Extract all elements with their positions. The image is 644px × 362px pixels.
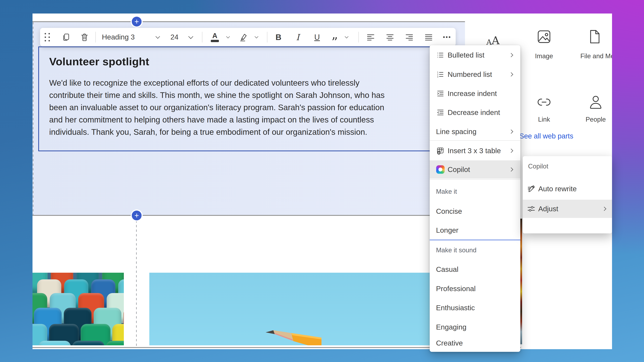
- justify-button[interactable]: [422, 28, 435, 46]
- align-left-button[interactable]: [364, 28, 377, 46]
- italic-button[interactable]: I: [292, 28, 304, 46]
- menu-item-increase-indent[interactable]: Increase indent: [430, 85, 520, 102]
- file-icon: [586, 28, 604, 45]
- chevron-down-icon: [226, 34, 230, 38]
- blockquote-button[interactable]: ”: [328, 28, 341, 51]
- menu-divider: [430, 140, 520, 141]
- align-center-icon: [386, 33, 394, 42]
- webpart-people[interactable]: [587, 93, 604, 111]
- see-all-web-parts-link[interactable]: See all web parts: [510, 132, 583, 140]
- menu-item-numbered-list[interactable]: 1 2 3 Numbered list: [430, 66, 520, 83]
- text-format-toolbar: Heading 3 24 A B I U ”: [40, 28, 456, 46]
- font-color-icon: A: [211, 32, 219, 42]
- svg-text:2: 2: [437, 73, 438, 76]
- chevron-right-icon: [509, 130, 513, 134]
- menu-item-copilot[interactable]: Copilot: [430, 160, 520, 179]
- article-body-line: been an invaluable asset to our organiza…: [49, 101, 384, 114]
- text-context-menu: Bulleted list 1 2 3 Numbered list Increa…: [430, 45, 520, 352]
- trash-icon: [80, 33, 89, 42]
- font-size-dropdown[interactable]: 24: [166, 28, 182, 46]
- webpart-link[interactable]: [535, 93, 553, 111]
- font-color-button[interactable]: A: [208, 28, 222, 46]
- justify-icon: [424, 33, 433, 42]
- menu-item-creative[interactable]: Creative: [430, 335, 520, 352]
- highlighter-icon: [239, 32, 248, 42]
- chevron-down-icon: [156, 34, 160, 39]
- drag-handle-icon: [44, 33, 50, 41]
- menu-item-professional[interactable]: Professional: [430, 280, 520, 297]
- drag-handle[interactable]: [42, 28, 52, 46]
- add-section-button-top[interactable]: +: [132, 17, 142, 26]
- style-dropdown-chevron[interactable]: [154, 28, 161, 46]
- menu-item-enthusiastic[interactable]: Enthusiastic: [430, 299, 520, 316]
- decrease-indent-icon: [436, 108, 445, 117]
- menu-item-casual[interactable]: Casual: [430, 261, 520, 278]
- font-size-chevron[interactable]: [187, 28, 194, 46]
- increase-indent-icon: [436, 89, 445, 98]
- svg-text:3: 3: [437, 76, 438, 78]
- style-dropdown[interactable]: Heading 3: [102, 28, 154, 46]
- quote-chevron[interactable]: [343, 28, 350, 46]
- italic-icon: I: [296, 32, 300, 42]
- more-options-button[interactable]: •••: [441, 28, 453, 46]
- menu-item-decrease-indent[interactable]: Decrease indent: [430, 104, 520, 121]
- desktop-background: Volunteer spotlight We'd like to recogni…: [0, 0, 644, 362]
- chair-shape: [72, 341, 104, 345]
- menu-item-insert-table[interactable]: Insert 3 x 3 table: [430, 142, 520, 159]
- webpart-text[interactable]: AA: [484, 28, 502, 46]
- submenu-item-adjust[interactable]: Adjust: [523, 200, 612, 218]
- section-divider-top: [32, 21, 465, 22]
- chevron-right-icon: [509, 168, 513, 172]
- svg-text:1: 1: [437, 71, 438, 73]
- style-dropdown-value: Heading 3: [102, 33, 135, 41]
- underline-button[interactable]: U: [311, 28, 323, 46]
- image-icon: [535, 28, 553, 45]
- image-webpart-pencil[interactable]: [149, 273, 435, 345]
- article-body[interactable]: We'd like to recognize the exceptional e…: [49, 77, 384, 138]
- copy-icon: [62, 33, 70, 42]
- menu-item-concise[interactable]: Concise: [430, 203, 520, 220]
- webpart-file-media[interactable]: [586, 28, 604, 45]
- align-center-button[interactable]: [384, 28, 396, 46]
- duplicate-button[interactable]: [60, 28, 72, 46]
- webpart-image[interactable]: [535, 28, 553, 45]
- menu-item-bulleted-list[interactable]: Bulleted list: [430, 47, 520, 63]
- article-body-line: We'd like to recognize the exceptional e…: [49, 77, 384, 89]
- highlight-chevron[interactable]: [253, 28, 260, 46]
- article-body-line: and her commitment to helping others hav…: [49, 114, 384, 126]
- image-webpart-chairs[interactable]: [32, 273, 124, 345]
- webpart-file-media-label[interactable]: File and Media: [565, 52, 612, 60]
- pencil-illustration: [265, 329, 322, 345]
- article-body-line: contribute their time and skills. This m…: [49, 89, 384, 101]
- auto-rewrite-icon: [527, 184, 536, 193]
- chevron-right-icon: [509, 149, 513, 153]
- copilot-icon: [436, 165, 445, 174]
- webpart-people-label[interactable]: People: [564, 116, 612, 123]
- chevron-right-icon: [509, 53, 513, 57]
- article-heading[interactable]: Volunteer spotlight: [49, 55, 149, 68]
- menu-item-longer[interactable]: Longer: [430, 222, 520, 239]
- font-color-chevron[interactable]: [224, 28, 232, 46]
- text-webpart-block[interactable]: Volunteer spotlight We'd like to recogni…: [38, 46, 434, 151]
- toolbar-divider: [202, 32, 202, 42]
- copilot-submenu: Copilot Auto rewrite Adjust: [523, 156, 612, 233]
- toolbar-divider: [358, 32, 359, 42]
- highlight-button[interactable]: [236, 28, 250, 46]
- submenu-item-auto-rewrite[interactable]: Auto rewrite: [523, 180, 612, 198]
- delete-button[interactable]: [78, 28, 91, 46]
- menu-item-line-spacing[interactable]: Line spacing: [430, 123, 520, 140]
- chevron-right-icon: [602, 207, 606, 211]
- plus-icon: +: [134, 212, 139, 219]
- align-right-button[interactable]: [403, 28, 416, 46]
- people-icon: [587, 93, 604, 111]
- add-section-button-middle[interactable]: +: [132, 210, 142, 220]
- bold-button[interactable]: B: [272, 28, 284, 46]
- menu-item-engaging[interactable]: Engaging: [430, 319, 520, 336]
- bulleted-list-icon: [436, 51, 445, 59]
- toolbar-divider: [96, 32, 96, 42]
- section-divider-middle: [32, 215, 465, 216]
- toolbar-divider: [267, 32, 267, 42]
- menu-group-make-it-sound: Make it sound: [436, 244, 476, 256]
- chair-shape: [38, 341, 71, 345]
- adjust-sliders-icon: [527, 204, 536, 213]
